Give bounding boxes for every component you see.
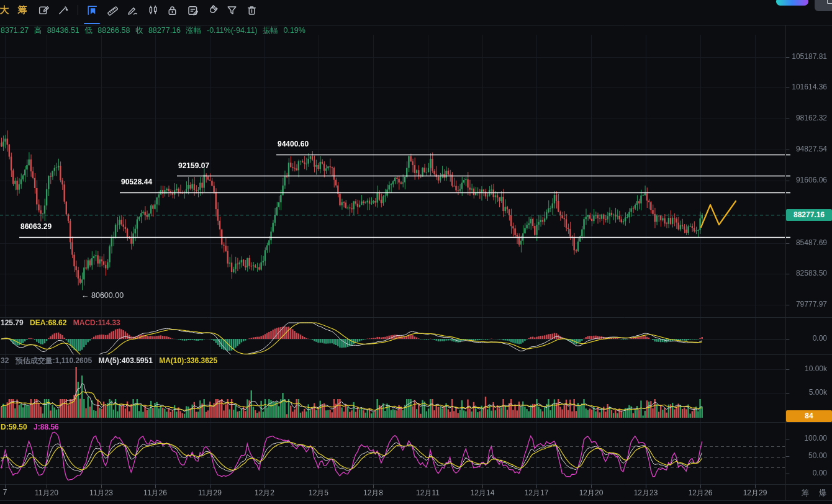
corner-tab-筹[interactable]: 筹	[802, 488, 810, 498]
note-icon	[186, 4, 199, 17]
date-axis-label: 12月8	[363, 488, 383, 498]
ohlc-change-label: 涨幅	[186, 26, 202, 35]
kdj-j-value: J:88.56	[34, 423, 59, 431]
toolbar-pen-icon[interactable]	[123, 0, 142, 20]
trash-icon	[245, 4, 258, 17]
macd-dif-value: 125.79	[1, 318, 24, 327]
ohlc-high-value: 88436.51	[47, 26, 79, 35]
date-axis-label: 11月20	[35, 488, 58, 498]
toolbar-filter-icon[interactable]	[222, 0, 241, 20]
price-axis-label: 79777.97	[786, 300, 827, 308]
drawing-toolbar: 大筹	[0, 0, 832, 20]
gradient-button[interactable]	[776, 0, 808, 6]
price-axis-label: 91606.06	[786, 176, 827, 184]
price-axis-label: 82583.50	[786, 269, 827, 277]
level-line-label[interactable]: 92159.07	[178, 161, 209, 170]
price-axis-label: 101614.36	[786, 83, 827, 91]
kdj-axis-label: 100.00	[786, 434, 827, 443]
volume-ma10-value: MA(10):336.3625	[159, 356, 217, 365]
toolbar-candlestick-icon[interactable]	[143, 0, 162, 20]
ohlc-high-label: 高	[34, 26, 42, 35]
ohlc-open-value: 8371.27	[1, 26, 29, 35]
volume-prefix-value: 32	[1, 356, 9, 365]
volume-readout: 32 预估成交量:1,110.2605 MA(5):403.5951 MA(10…	[1, 356, 222, 366]
date-axis-label: 12月29	[743, 488, 767, 498]
toolbar-trash-icon[interactable]	[242, 0, 261, 20]
volume-ma5-value: MA(5):403.5951	[98, 356, 152, 365]
date-axis-label: 12月14	[471, 488, 495, 498]
date-axis-label: 12月20	[579, 488, 604, 498]
toolbar-divider	[78, 5, 78, 15]
toolbar-bookmark-icon[interactable]	[83, 0, 101, 20]
price-annotation-80600[interactable]: ← 80600.00	[81, 291, 124, 300]
pen-icon	[126, 4, 139, 17]
annotation-icon	[37, 4, 50, 17]
magnet-icon	[206, 4, 219, 17]
level-line-label[interactable]: 94400.60	[278, 140, 309, 148]
ruler-icon	[106, 4, 119, 17]
toolbar-text-button-大[interactable]: 大	[0, 0, 14, 20]
toolbar-ruler-icon[interactable]	[103, 0, 122, 20]
brush-icon	[57, 4, 70, 17]
macd-value: MACD:114.33	[73, 318, 120, 327]
price-axis-label: 105187.81	[786, 52, 827, 61]
date-axis-label: 12月17	[525, 488, 549, 498]
macd-axis-label: 0.00	[786, 334, 827, 343]
date-axis-label: 12月11	[416, 488, 440, 498]
chart-canvas[interactable]	[0, 0, 832, 504]
corner-tab-爆[interactable]: 爆	[819, 488, 827, 498]
date-axis-label: 12月2	[255, 488, 274, 498]
date-axis-label: 11月23	[89, 488, 113, 498]
kdj-axis-label: 0.00	[786, 469, 827, 477]
estimated-volume-value: 预估成交量:1,110.2605	[16, 356, 92, 365]
toolbar-text-button-筹[interactable]: 筹	[13, 0, 32, 20]
volume-axis-label: 10.00k	[786, 364, 827, 373]
ohlc-close-label: 收	[135, 26, 143, 35]
toolbar-note-icon[interactable]	[183, 0, 202, 20]
date-axis-label: 12月23	[634, 488, 658, 498]
date-axis-label: 11月29	[198, 488, 222, 498]
ohlc-close-value: 88277.16	[148, 26, 181, 35]
toolbar-magnet-icon[interactable]	[203, 0, 222, 20]
kdj-d-value: D:59.50	[1, 423, 27, 431]
panel-button-icon	[827, 0, 832, 4]
date-axis-label: 7	[3, 488, 7, 497]
current-price-tag: 88277.16	[786, 209, 832, 221]
date-axis-label: 12月5	[309, 488, 328, 498]
ohlc-low-label: 低	[84, 26, 93, 35]
level-line-label[interactable]: 86063.29	[20, 222, 52, 231]
candlestick-icon	[147, 4, 160, 17]
kdj-readout: D:59.50 J:88.56	[1, 423, 63, 431]
price-axis-label: 94827.54	[786, 145, 827, 153]
toolbar-selected-indicator	[84, 23, 100, 24]
trading-app: 大筹 8371.27 高 88436.51 低 88266.58 收 88277…	[0, 0, 832, 504]
ohlc-amplitude-value: 0.19%	[283, 26, 305, 35]
current-volume-tag: 84	[786, 410, 832, 422]
filter-icon	[225, 4, 238, 17]
toolbar-brush-icon[interactable]	[53, 0, 72, 20]
volume-axis-label: 5.00k	[786, 388, 827, 397]
kdj-axis-label: 50.00	[786, 451, 827, 460]
price-axis-label: 85487.69	[786, 238, 827, 247]
ohlc-low-value: 88266.58	[97, 26, 130, 35]
date-axis-label: 11月26	[143, 488, 167, 498]
toolbar-lock-icon[interactable]	[163, 0, 181, 20]
bookmark-icon	[86, 4, 99, 17]
macd-dea-value: DEA:68.62	[30, 318, 66, 327]
ohlc-amplitude-label: 振幅	[263, 26, 278, 35]
price-axis-label: 98162.32	[786, 114, 827, 122]
macd-readout: 125.79 DEA:68.62 MACD:114.33	[1, 318, 125, 327]
level-line-label[interactable]: 90528.44	[121, 178, 152, 186]
date-axis-label: 12月26	[689, 488, 713, 498]
ohlc-bar: 8371.27 高 88436.51 低 88266.58 收 88277.16…	[1, 25, 309, 35]
ohlc-change-value: -0.11%(-94.11)	[207, 26, 258, 35]
panel-button[interactable]	[815, 0, 832, 11]
toolbar-annotation-icon[interactable]	[34, 0, 53, 20]
lock-icon	[166, 4, 179, 17]
